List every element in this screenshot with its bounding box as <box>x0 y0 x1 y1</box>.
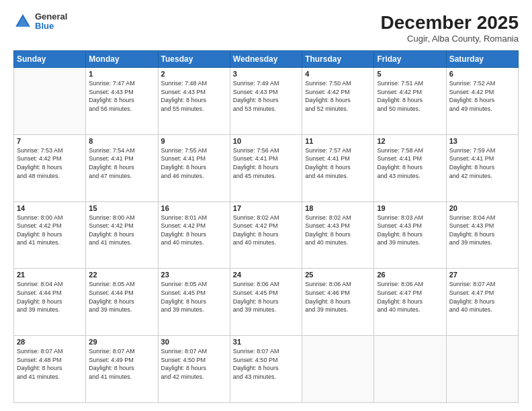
calendar-cell: 25Sunrise: 8:06 AMSunset: 4:46 PMDayligh… <box>302 269 374 336</box>
calendar-cell <box>302 336 374 403</box>
day-number: 16 <box>161 204 227 212</box>
day-number: 15 <box>89 204 154 212</box>
day-info: Sunrise: 8:04 AMSunset: 4:43 PMDaylight:… <box>449 214 515 247</box>
calendar-week-5: 28Sunrise: 8:07 AMSunset: 4:48 PMDayligh… <box>14 336 519 403</box>
day-info: Sunrise: 7:59 AMSunset: 4:41 PMDaylight:… <box>449 146 515 180</box>
day-info: Sunrise: 8:05 AMSunset: 4:44 PMDaylight:… <box>89 280 154 314</box>
day-number: 2 <box>161 70 227 78</box>
day-number: 7 <box>17 137 83 145</box>
day-info: Sunrise: 8:07 AMSunset: 4:47 PMDaylight:… <box>449 280 515 314</box>
day-number: 17 <box>233 204 299 212</box>
calendar-cell: 6Sunrise: 7:52 AMSunset: 4:42 PMDaylight… <box>446 68 518 135</box>
logo-text: General Blue <box>35 12 67 32</box>
calendar-cell: 15Sunrise: 8:00 AMSunset: 4:42 PMDayligh… <box>86 201 158 269</box>
calendar-cell: 23Sunrise: 8:05 AMSunset: 4:45 PMDayligh… <box>158 269 230 336</box>
calendar-table: Sunday Monday Tuesday Wednesday Thursday… <box>13 50 519 403</box>
day-number: 31 <box>233 338 299 346</box>
calendar-week-3: 14Sunrise: 8:00 AMSunset: 4:42 PMDayligh… <box>14 201 519 269</box>
day-number: 11 <box>305 137 371 145</box>
day-number: 18 <box>305 204 371 212</box>
day-number: 12 <box>377 137 443 145</box>
calendar-cell: 11Sunrise: 7:57 AMSunset: 4:41 PMDayligh… <box>302 134 374 201</box>
day-number: 1 <box>89 70 154 78</box>
day-info: Sunrise: 8:04 AMSunset: 4:44 PMDaylight:… <box>17 280 83 314</box>
day-number: 19 <box>377 204 443 212</box>
day-info: Sunrise: 8:07 AMSunset: 4:50 PMDaylight:… <box>161 347 227 381</box>
logo-general: General <box>35 12 67 21</box>
day-info: Sunrise: 7:49 AMSunset: 4:43 PMDaylight:… <box>233 79 299 113</box>
col-sunday: Sunday <box>14 51 86 68</box>
calendar-cell: 9Sunrise: 7:55 AMSunset: 4:41 PMDaylight… <box>158 134 230 201</box>
title-block: December 2025 Cugir, Alba County, Romani… <box>381 12 519 44</box>
main-title: December 2025 <box>381 12 519 34</box>
col-monday: Monday <box>86 51 158 68</box>
day-number: 20 <box>449 204 515 212</box>
calendar-cell <box>374 336 446 403</box>
day-info: Sunrise: 8:06 AMSunset: 4:47 PMDaylight:… <box>377 280 443 314</box>
day-number: 10 <box>233 137 299 145</box>
calendar-week-2: 7Sunrise: 7:53 AMSunset: 4:42 PMDaylight… <box>14 134 519 201</box>
day-number: 28 <box>17 338 83 346</box>
calendar-cell: 2Sunrise: 7:48 AMSunset: 4:43 PMDaylight… <box>158 68 230 135</box>
calendar-cell: 5Sunrise: 7:51 AMSunset: 4:42 PMDaylight… <box>374 68 446 135</box>
calendar-cell: 8Sunrise: 7:54 AMSunset: 4:41 PMDaylight… <box>86 134 158 201</box>
calendar-week-4: 21Sunrise: 8:04 AMSunset: 4:44 PMDayligh… <box>14 269 519 336</box>
calendar-cell: 18Sunrise: 8:02 AMSunset: 4:43 PMDayligh… <box>302 201 374 269</box>
col-wednesday: Wednesday <box>230 51 302 68</box>
calendar-cell: 24Sunrise: 8:06 AMSunset: 4:45 PMDayligh… <box>230 269 302 336</box>
day-info: Sunrise: 7:55 AMSunset: 4:41 PMDaylight:… <box>161 146 227 180</box>
day-number: 6 <box>449 70 515 78</box>
day-number: 24 <box>233 271 299 279</box>
day-info: Sunrise: 7:57 AMSunset: 4:41 PMDaylight:… <box>305 146 371 180</box>
day-number: 13 <box>449 137 515 145</box>
day-number: 25 <box>305 271 371 279</box>
calendar-header-row: Sunday Monday Tuesday Wednesday Thursday… <box>14 51 519 68</box>
col-thursday: Thursday <box>302 51 374 68</box>
calendar-cell: 26Sunrise: 8:06 AMSunset: 4:47 PMDayligh… <box>374 269 446 336</box>
day-info: Sunrise: 8:00 AMSunset: 4:42 PMDaylight:… <box>89 214 154 247</box>
day-number: 27 <box>449 271 515 279</box>
calendar-cell: 16Sunrise: 8:01 AMSunset: 4:42 PMDayligh… <box>158 201 230 269</box>
calendar-cell: 17Sunrise: 8:02 AMSunset: 4:42 PMDayligh… <box>230 201 302 269</box>
day-number: 9 <box>161 137 227 145</box>
day-number: 22 <box>89 271 154 279</box>
calendar-cell: 14Sunrise: 8:00 AMSunset: 4:42 PMDayligh… <box>14 201 86 269</box>
day-number: 5 <box>377 70 443 78</box>
logo-blue: Blue <box>35 21 67 31</box>
day-info: Sunrise: 8:01 AMSunset: 4:42 PMDaylight:… <box>161 214 227 247</box>
day-info: Sunrise: 8:06 AMSunset: 4:46 PMDaylight:… <box>305 280 371 314</box>
calendar-week-1: 1Sunrise: 7:47 AMSunset: 4:43 PMDaylight… <box>14 68 519 135</box>
day-info: Sunrise: 8:07 AMSunset: 4:49 PMDaylight:… <box>89 347 154 381</box>
day-info: Sunrise: 7:58 AMSunset: 4:41 PMDaylight:… <box>377 146 443 180</box>
calendar-cell: 30Sunrise: 8:07 AMSunset: 4:50 PMDayligh… <box>158 336 230 403</box>
calendar-cell <box>14 68 86 135</box>
calendar-cell: 29Sunrise: 8:07 AMSunset: 4:49 PMDayligh… <box>86 336 158 403</box>
calendar-cell: 21Sunrise: 8:04 AMSunset: 4:44 PMDayligh… <box>14 269 86 336</box>
day-info: Sunrise: 7:54 AMSunset: 4:41 PMDaylight:… <box>89 146 154 180</box>
day-info: Sunrise: 8:06 AMSunset: 4:45 PMDaylight:… <box>233 280 299 314</box>
day-number: 23 <box>161 271 227 279</box>
day-number: 4 <box>305 70 371 78</box>
col-tuesday: Tuesday <box>158 51 230 68</box>
calendar-cell: 4Sunrise: 7:50 AMSunset: 4:42 PMDaylight… <box>302 68 374 135</box>
calendar-cell <box>446 336 518 403</box>
calendar-cell: 31Sunrise: 8:07 AMSunset: 4:50 PMDayligh… <box>230 336 302 403</box>
day-info: Sunrise: 7:48 AMSunset: 4:43 PMDaylight:… <box>161 79 227 113</box>
day-number: 14 <box>17 204 83 212</box>
day-number: 3 <box>233 70 299 78</box>
calendar-cell: 12Sunrise: 7:58 AMSunset: 4:41 PMDayligh… <box>374 134 446 201</box>
day-info: Sunrise: 8:07 AMSunset: 4:50 PMDaylight:… <box>233 347 299 381</box>
logo: General Blue <box>13 12 67 32</box>
day-number: 26 <box>377 271 443 279</box>
subtitle: Cugir, Alba County, Romania <box>381 34 519 44</box>
col-saturday: Saturday <box>446 51 518 68</box>
day-info: Sunrise: 8:07 AMSunset: 4:48 PMDaylight:… <box>17 347 83 381</box>
calendar-cell: 22Sunrise: 8:05 AMSunset: 4:44 PMDayligh… <box>86 269 158 336</box>
calendar-cell: 10Sunrise: 7:56 AMSunset: 4:41 PMDayligh… <box>230 134 302 201</box>
day-info: Sunrise: 7:52 AMSunset: 4:42 PMDaylight:… <box>449 79 515 113</box>
calendar-cell: 28Sunrise: 8:07 AMSunset: 4:48 PMDayligh… <box>14 336 86 403</box>
calendar-cell: 13Sunrise: 7:59 AMSunset: 4:41 PMDayligh… <box>446 134 518 201</box>
header: General Blue December 2025 Cugir, Alba C… <box>13 12 519 44</box>
day-number: 21 <box>17 271 83 279</box>
day-number: 30 <box>161 338 227 346</box>
